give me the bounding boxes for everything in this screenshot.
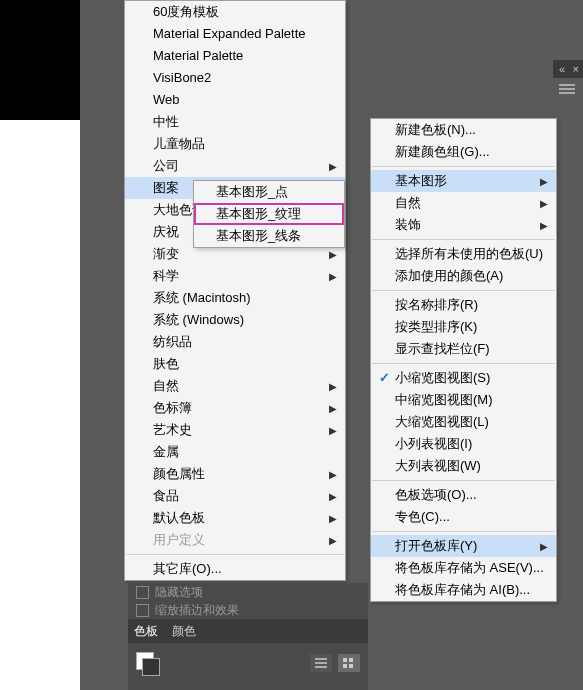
menu-item-nature[interactable]: 自然▶ — [371, 192, 556, 214]
panel-menu-icon[interactable] — [559, 82, 575, 94]
menu-item-save-ai[interactable]: 将色板库存储为 AI(B)... — [371, 579, 556, 601]
menu-item[interactable]: 60度角模板 — [125, 1, 345, 23]
menu-item-decorative[interactable]: 装饰▶ — [371, 214, 556, 236]
menu-item-large-thumbnail[interactable]: 大缩览图视图(L) — [371, 411, 556, 433]
svg-rect-5 — [343, 664, 347, 668]
menu-item-label: 用户定义 — [153, 532, 205, 547]
menu-item-medium-thumbnail[interactable]: 中缩览图视图(M) — [371, 389, 556, 411]
panel-collapse-handle[interactable]: « × — [553, 60, 583, 78]
menu-item-label: 自然 — [153, 378, 179, 393]
check-icon: ✓ — [379, 369, 390, 387]
menu-item[interactable]: 纺织品 — [125, 331, 345, 353]
menu-item[interactable]: 默认色板▶ — [125, 507, 345, 529]
menu-item-label: 其它库(O)... — [153, 561, 222, 576]
menu-item-label: 小列表视图(I) — [395, 436, 472, 451]
menu-item-new-swatch[interactable]: 新建色板(N)... — [371, 119, 556, 141]
menu-separator — [372, 290, 555, 291]
menu-item[interactable]: 系统 (Windows) — [125, 309, 345, 331]
tab-color[interactable]: 颜色 — [172, 623, 196, 640]
menu-item-label: 基本图形_点 — [216, 184, 288, 199]
menu-item[interactable]: VisiBone2 — [125, 67, 345, 89]
menu-item-spot-colors[interactable]: 专色(C)... — [371, 506, 556, 528]
menu-item-label: 添加使用的颜色(A) — [395, 268, 503, 283]
menu-item[interactable]: 科学▶ — [125, 265, 345, 287]
menu-item-label: 中缩览图视图(M) — [395, 392, 493, 407]
menu-item[interactable]: 食品▶ — [125, 485, 345, 507]
menu-item-small-list[interactable]: 小列表视图(I) — [371, 433, 556, 455]
menu-item[interactable]: 儿童物品 — [125, 133, 345, 155]
submenu-item[interactable]: 基本图形_线条 — [194, 225, 344, 247]
menu-item-sort-name[interactable]: 按名称排序(R) — [371, 294, 556, 316]
menu-item-large-list[interactable]: 大列表视图(W) — [371, 455, 556, 477]
menu-item-add-used-colors[interactable]: 添加使用的颜色(A) — [371, 265, 556, 287]
menu-item-label: 装饰 — [395, 217, 421, 232]
submenu-arrow-icon: ▶ — [540, 195, 548, 213]
menu-item-label: 庆祝 — [153, 224, 179, 239]
menu-item-label: 将色板库存储为 ASE(V)... — [395, 560, 544, 575]
svg-rect-6 — [349, 664, 353, 668]
menu-item-label: 将色板库存储为 AI(B)... — [395, 582, 530, 597]
menu-item-select-unused[interactable]: 选择所有未使用的色板(U) — [371, 243, 556, 265]
menu-item-label: 系统 (Windows) — [153, 312, 244, 327]
menu-item-label: 色板选项(O)... — [395, 487, 477, 502]
checkbox-row[interactable]: 缩放插边和效果 — [128, 601, 368, 619]
menu-item-label: 肤色 — [153, 356, 179, 371]
menu-item-label: 选择所有未使用的色板(U) — [395, 246, 543, 261]
menu-item[interactable]: Web — [125, 89, 345, 111]
menu-item[interactable]: 金属 — [125, 441, 345, 463]
thumbnail-view-button[interactable] — [338, 654, 360, 672]
menu-item-label: 打开色板库(Y) — [395, 538, 477, 553]
fill-stroke-swatch[interactable] — [136, 652, 158, 674]
menu-item-label: 基本图形_纹理 — [216, 206, 301, 221]
menu-item[interactable]: 中性 — [125, 111, 345, 133]
checkbox-icon — [136, 586, 149, 599]
menu-item[interactable]: Material Expanded Palette — [125, 23, 345, 45]
menu-item-new-color-group[interactable]: 新建颜色组(G)... — [371, 141, 556, 163]
tab-swatches[interactable]: 色板 — [134, 623, 158, 640]
menu-item-label: 图案 — [153, 180, 179, 195]
menu-item-sort-kind[interactable]: 按类型排序(K) — [371, 316, 556, 338]
menu-item-label: 食品 — [153, 488, 179, 503]
menu-item-show-find[interactable]: 显示查找栏位(F) — [371, 338, 556, 360]
svg-rect-3 — [343, 658, 347, 662]
menu-item-label: 基本图形 — [395, 173, 447, 188]
menu-item-open-swatch-library[interactable]: 打开色板库(Y)▶ — [371, 535, 556, 557]
menu-item-basic-graphics[interactable]: 基本图形▶ — [371, 170, 556, 192]
menu-item-swatch-options[interactable]: 色板选项(O)... — [371, 484, 556, 506]
submenu-arrow-icon: ▶ — [540, 217, 548, 235]
menu-item-label: 纺织品 — [153, 334, 192, 349]
menu-item[interactable]: 艺术史▶ — [125, 419, 345, 441]
menu-separator — [372, 166, 555, 167]
menu-item[interactable]: 色标簿▶ — [125, 397, 345, 419]
checkbox-row[interactable]: 隐藏选项 — [128, 583, 368, 601]
menu-item-label: 科学 — [153, 268, 179, 283]
menu-item[interactable]: 颜色属性▶ — [125, 463, 345, 485]
menu-item[interactable]: Material Palette — [125, 45, 345, 67]
submenu-arrow-icon: ▶ — [329, 378, 337, 396]
swatch-toolbar — [128, 643, 368, 683]
submenu-item-basic-texture[interactable]: 基本图形_纹理 — [194, 203, 344, 225]
menu-item-label: 儿童物品 — [153, 136, 205, 151]
menu-item[interactable]: 肤色 — [125, 353, 345, 375]
menu-item-other-library[interactable]: 其它库(O)... — [125, 558, 345, 580]
list-view-button[interactable] — [310, 654, 332, 672]
menu-item-label: Material Palette — [153, 48, 243, 63]
checkbox-icon — [136, 604, 149, 617]
menu-item-small-thumbnail[interactable]: ✓小缩览图视图(S) — [371, 367, 556, 389]
submenu-item[interactable]: 基本图形_点 — [194, 181, 344, 203]
menu-item-label: 自然 — [395, 195, 421, 210]
menu-separator — [126, 554, 344, 555]
menu-separator — [372, 480, 555, 481]
menu-item[interactable]: 自然▶ — [125, 375, 345, 397]
menu-item-save-ase[interactable]: 将色板库存储为 ASE(V)... — [371, 557, 556, 579]
menu-item-label: 系统 (Macintosh) — [153, 290, 251, 305]
panel-close-icon: × — [573, 60, 579, 78]
menu-item[interactable]: 系统 (Macintosh) — [125, 287, 345, 309]
menu-item[interactable]: 公司▶ — [125, 155, 345, 177]
submenu-arrow-icon: ▶ — [329, 466, 337, 484]
submenu-arrow-icon: ▶ — [329, 510, 337, 528]
menu-item-label: 按类型排序(K) — [395, 319, 477, 334]
menu-item-label: 新建颜色组(G)... — [395, 144, 490, 159]
view-toggles — [310, 654, 360, 672]
submenu-arrow-icon: ▶ — [329, 268, 337, 286]
